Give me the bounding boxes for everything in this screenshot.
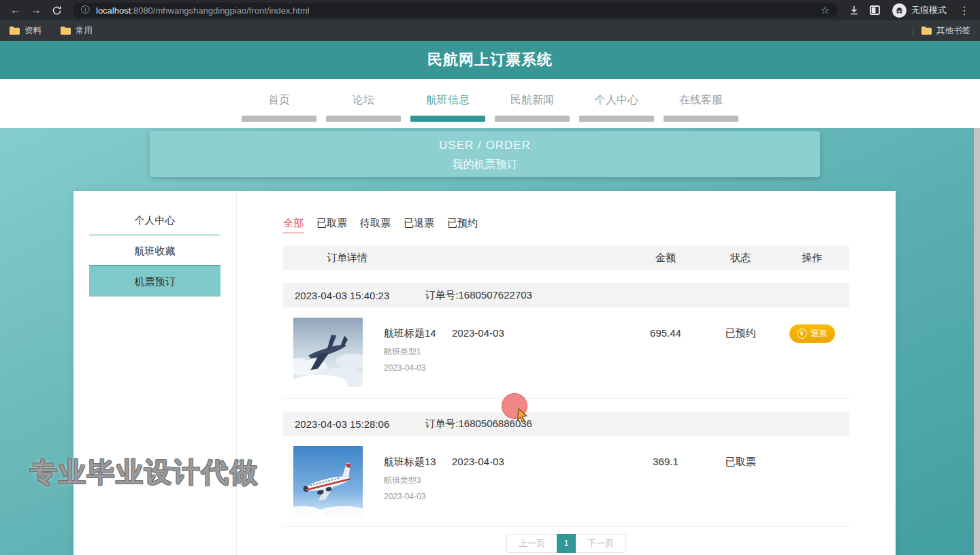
bookmarks-bar: 资料 常用 其他书签 — [0, 20, 980, 41]
order-amount: 695.44 — [625, 318, 706, 339]
cursor-icon — [515, 407, 529, 423]
nav-tab-personal[interactable]: 个人中心 — [579, 93, 654, 128]
pagination: 上一页 1 下一页 — [283, 534, 849, 553]
nav-tab-label: 在线客服 — [664, 93, 738, 107]
sidebar-item-personal-center[interactable]: 个人中心 — [89, 205, 220, 235]
incognito-label: 无痕模式 — [911, 4, 947, 16]
tab-underline — [242, 116, 316, 122]
order-group-header: 2023-04-03 15:40:23 订单号:1680507622703 — [283, 283, 849, 307]
filter-all[interactable]: 全部 — [283, 217, 304, 233]
flight-image[interactable] — [293, 318, 363, 387]
order-time: 2023-04-03 15:40:23 — [295, 290, 389, 301]
prev-page-button[interactable]: 上一页 — [506, 534, 557, 553]
refund-button-label: 退票 — [811, 328, 828, 339]
bookmark-folder-ziliao[interactable]: 资料 — [10, 25, 42, 37]
next-page-button[interactable]: 下一页 — [576, 534, 626, 553]
flight-image[interactable] — [293, 446, 363, 516]
back-icon[interactable]: ← — [6, 1, 25, 19]
bookmark-label: 资料 — [24, 25, 42, 37]
order-status: 已取票 — [706, 446, 774, 469]
yen-icon: ¥ — [797, 329, 807, 339]
page-scrollbar[interactable] — [974, 128, 980, 555]
site-header: 民航网上订票系统 — [0, 41, 980, 79]
nav-tab-label: 个人中心 — [579, 93, 654, 107]
address-bar[interactable]: ⓘ localhost:8080/mhwangshangdingpiao/fro… — [73, 3, 838, 18]
nav-tab-news[interactable]: 民航新闻 — [495, 93, 570, 128]
bookmark-star-icon[interactable]: ☆ — [821, 4, 830, 16]
bookmark-folder-changyong[interactable]: 常用 — [61, 25, 93, 37]
watermark-text: 专业毕业设计代做 — [30, 454, 259, 491]
flight-date: 2023-04-03 — [452, 318, 504, 387]
filter-pending[interactable]: 待取票 — [360, 217, 391, 233]
filter-reserved[interactable]: 已预约 — [447, 217, 478, 233]
refund-button[interactable]: ¥ 退票 — [789, 324, 835, 343]
nav-tab-label: 航班信息 — [410, 93, 485, 107]
tab-underline — [326, 116, 401, 122]
banner-breadcrumb: USER / ORDER — [150, 139, 820, 152]
other-bookmarks[interactable]: 其他书签 — [921, 25, 970, 37]
order-number: 订单号:1680507622703 — [425, 289, 532, 302]
flight-type: 航班类型1 — [384, 346, 452, 358]
download-icon[interactable] — [845, 1, 864, 19]
flight-type-date: 2023-04-03 — [384, 363, 452, 373]
nav-tab-label: 论坛 — [326, 93, 401, 107]
bookmarks-separator — [913, 26, 913, 36]
main-nav: 首页 论坛 航班信息 民航新闻 个人中心 在线客服 — [0, 79, 980, 128]
tab-underline — [495, 116, 570, 122]
tab-underline — [664, 116, 738, 122]
flight-date: 2023-04-03 — [452, 446, 504, 516]
order-group: 2023-04-03 15:40:23 订单号:1680507622703 — [283, 283, 849, 399]
folder-icon — [61, 27, 71, 35]
page-background: USER / ORDER 我的机票预订 个人中心 航班收藏 机票预订 全部 已取… — [0, 128, 980, 555]
bookmark-label: 常用 — [76, 25, 93, 37]
order-group-header: 2023-04-03 15:28:06 订单号:1680506886036 — [283, 411, 849, 436]
order-time: 2023-04-03 15:28:06 — [295, 418, 389, 430]
status-filters: 全部 已取票 待取票 已退票 已预约 — [283, 217, 849, 233]
order-amount: 369.1 — [625, 446, 706, 467]
order-row: 航班标题13 航班类型3 2023-04-03 2023-04-03 369.1… — [283, 436, 849, 527]
content-card: 个人中心 航班收藏 机票预订 全部 已取票 待取票 已退票 已预约 订单详情 金… — [74, 191, 896, 555]
current-page-button[interactable]: 1 — [557, 534, 576, 553]
folder-icon — [10, 27, 20, 35]
nav-tab-forum[interactable]: 论坛 — [326, 93, 401, 128]
flight-type-date: 2023-04-03 — [384, 492, 452, 501]
forward-icon[interactable]: → — [27, 1, 46, 19]
incognito-icon — [892, 3, 906, 18]
site-title: 民航网上订票系统 — [427, 50, 553, 70]
nav-tab-flight-info[interactable]: 航班信息 — [410, 93, 485, 128]
url-text: localhost:8080/mhwangshangdingpiao/front… — [96, 5, 310, 16]
order-list-panel: 全部 已取票 待取票 已退票 已预约 订单详情 金额 状态 操作 2023-04… — [237, 191, 896, 555]
browser-menu-icon[interactable]: ⋮ — [955, 1, 974, 19]
side-panel-icon[interactable] — [865, 1, 884, 19]
flight-title: 航班标题13 — [384, 456, 452, 469]
folder-icon — [921, 27, 932, 35]
sidebar-item-ticket-booking[interactable]: 机票预订 — [89, 266, 220, 297]
site-info-icon[interactable]: ⓘ — [81, 4, 90, 16]
nav-tab-label: 首页 — [242, 93, 316, 107]
incognito-badge: 无痕模式 — [892, 3, 947, 18]
column-status: 状态 — [706, 252, 774, 265]
banner-title: 我的机票预订 — [150, 158, 820, 172]
sidebar-item-flight-favorites[interactable]: 航班收藏 — [89, 235, 220, 266]
filter-refunded[interactable]: 已退票 — [404, 217, 434, 233]
cursor-highlight — [502, 393, 527, 419]
column-amount: 金额 — [625, 252, 706, 265]
browser-toolbar: ← → ⓘ localhost:8080/mhwangshangdingpiao… — [0, 0, 980, 20]
other-bookmarks-label: 其他书签 — [936, 25, 970, 37]
nav-tab-label: 民航新闻 — [495, 93, 570, 107]
tab-underline — [579, 116, 654, 122]
sidebar: 个人中心 航班收藏 机票预订 — [74, 191, 237, 555]
filter-ticketed[interactable]: 已取票 — [316, 217, 347, 233]
order-status: 已预约 — [706, 318, 774, 340]
column-action: 操作 — [774, 252, 849, 265]
tab-underline — [410, 116, 485, 122]
order-group: 2023-04-03 15:28:06 订单号:1680506886036 — [283, 411, 849, 527]
page-banner: USER / ORDER 我的机票预订 — [150, 131, 820, 177]
flight-title: 航班标题14 — [384, 327, 452, 340]
reload-icon[interactable] — [47, 1, 66, 19]
column-order-detail: 订单详情 — [283, 252, 625, 265]
nav-tab-home[interactable]: 首页 — [242, 93, 316, 128]
nav-tab-service[interactable]: 在线客服 — [664, 93, 738, 128]
url-host: localhost — [96, 5, 131, 16]
order-row: 航班标题14 航班类型1 2023-04-03 2023-04-03 695.4… — [283, 307, 849, 399]
